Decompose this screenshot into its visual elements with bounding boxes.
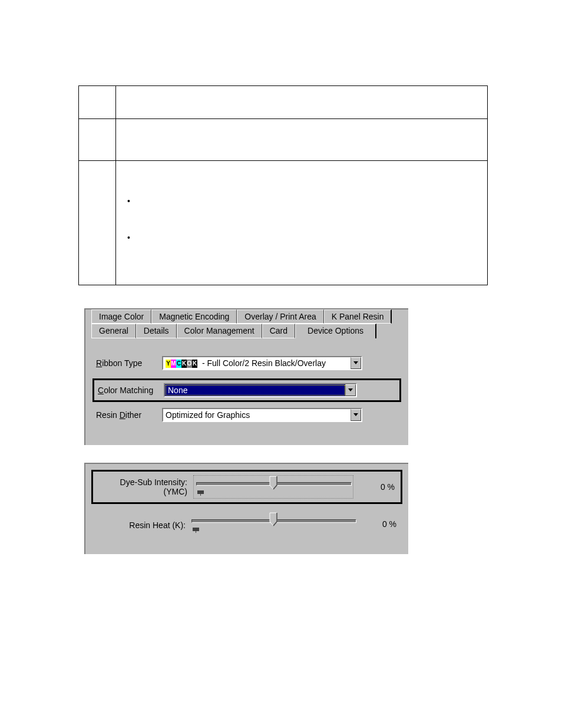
tab-label: Color Management — [184, 326, 254, 335]
slider-ticks — [196, 490, 205, 496]
bullet-2: • — [127, 233, 130, 242]
bullet-1: • — [127, 196, 130, 206]
tab-magnetic-encoding[interactable]: Magnetic Encoding — [151, 309, 237, 324]
tabs-row-back: Image Color Magnetic Encoding Overlay / … — [85, 309, 408, 324]
color-matching-row-highlight: Color Matching None — [92, 378, 401, 402]
resin-dither-row: Resin Dither Optimized for Graphics — [96, 408, 398, 422]
resin-dither-value: Optimized for Graphics — [163, 410, 351, 420]
ymckok-icon: Y M C K O K — [166, 360, 197, 368]
tabs-row-front: General Details Color Management Card De… — [85, 324, 408, 338]
slider-ticks — [191, 528, 200, 533]
dye-sub-intensity-slider[interactable] — [193, 475, 353, 499]
svg-marker-1 — [348, 388, 353, 391]
svg-marker-0 — [353, 361, 358, 364]
tab-card[interactable]: Card — [262, 324, 295, 338]
resin-heat-row: Resin Heat (K): 0 % — [91, 509, 402, 539]
dye-sub-intensity-label: Dye-Sub Intensity: (YMC) — [99, 477, 193, 496]
tab-label: Details — [144, 326, 169, 335]
resin-dither-combo[interactable]: Optimized for Graphics — [162, 408, 362, 422]
tab-label: K Panel Resin — [332, 312, 384, 321]
color-matching-combo[interactable]: None — [164, 383, 357, 397]
color-matching-value: None — [166, 385, 345, 396]
svg-marker-3 — [270, 476, 277, 489]
dropdown-arrow-icon[interactable] — [345, 384, 356, 396]
tab-k-panel-resin[interactable]: K Panel Resin — [324, 309, 392, 324]
ribbon-type-combo[interactable]: Y M C K O K - Full Color/2 Resin Black/O… — [162, 356, 362, 370]
resin-heat-label: Resin Heat (K): — [97, 518, 191, 530]
tab-label: Device Options — [308, 326, 363, 335]
tab-label: Magnetic Encoding — [159, 312, 229, 321]
slider-thumb-icon[interactable] — [269, 512, 277, 526]
tab-image-color[interactable]: Image Color — [91, 309, 151, 324]
tab-label: General — [99, 326, 128, 335]
dye-sub-intensity-row: Dye-Sub Intensity: (YMC) 0 % — [91, 470, 402, 504]
color-matching-label: Color Matching — [98, 386, 164, 395]
device-options-dialog: Image Color Magnetic Encoding Overlay / … — [84, 308, 408, 445]
resin-heat-value: 0 % — [355, 519, 396, 529]
tab-overlay-print-area[interactable]: Overlay / Print Area — [237, 309, 323, 324]
tab-label: Card — [270, 326, 287, 335]
tab-color-management[interactable]: Color Management — [177, 324, 262, 338]
tab-details[interactable]: Details — [136, 324, 177, 338]
dye-sub-intensity-value: 0 % — [353, 482, 395, 492]
slider-thumb-icon[interactable] — [269, 476, 277, 490]
ribbon-type-row: Ribbon Type Y M C K O K - Full Color/2 R… — [96, 356, 398, 370]
resin-dither-label: Resin Dither — [96, 410, 162, 420]
intensity-sliders-panel: Dye-Sub Intensity: (YMC) 0 % Resin Heat … — [84, 463, 408, 554]
svg-marker-2 — [353, 413, 358, 416]
dropdown-arrow-icon[interactable] — [351, 357, 361, 369]
ribbon-type-label: Ribbon Type — [96, 358, 162, 368]
instruction-table — [78, 85, 488, 285]
dropdown-arrow-icon[interactable] — [351, 409, 361, 421]
ribbon-type-value: Y M C K O K - Full Color/2 Resin Black/O… — [163, 358, 351, 368]
resin-heat-slider[interactable] — [191, 512, 355, 536]
tab-general[interactable]: General — [91, 324, 136, 338]
tab-label: Overlay / Print Area — [244, 312, 316, 321]
tab-label: Image Color — [99, 312, 144, 321]
svg-marker-4 — [270, 513, 277, 526]
tab-device-options[interactable]: Device Options — [295, 324, 376, 338]
